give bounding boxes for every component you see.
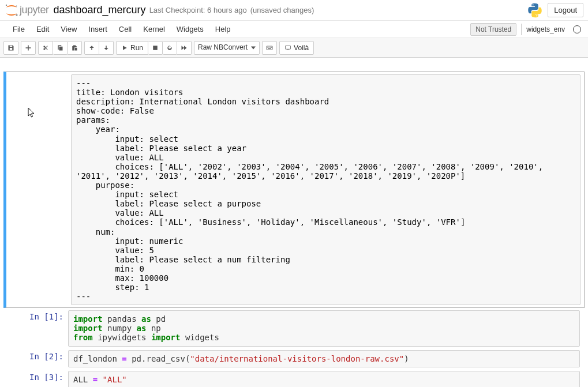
cell[interactable]: In [2]:df_london = pd.read_csv("data/int… [3,349,585,369]
move-up-button[interactable] [84,41,99,55]
kernel-indicator-icon[interactable] [573,25,581,33]
command-palette-button[interactable] [262,41,277,55]
keyboard-icon [266,44,273,51]
move-down-button[interactable] [99,41,114,55]
cell-type-value: Raw NBConvert [198,43,248,51]
cut-button[interactable] [38,41,53,55]
menu-cell[interactable]: Cell [113,22,137,36]
svg-rect-9 [268,48,271,48]
cut-icon [42,44,49,51]
cell-input[interactable]: ALL = "ALL" [68,371,580,387]
copy-icon [57,44,63,51]
cell-input[interactable]: --- title: London visitors description: … [71,74,580,305]
not-trusted-button[interactable]: Not Trusted [470,23,516,36]
run-button[interactable]: Run [116,41,148,55]
restart-button[interactable] [163,41,177,55]
svg-rect-6 [269,47,269,47]
jupyter-icon [5,3,18,17]
cell-prompt: In [2]: [3,350,68,367]
cell-input[interactable]: df_london = pd.read_csv("data/internatio… [68,350,580,367]
copy-button[interactable] [53,41,68,55]
stop-icon [152,44,159,51]
plus-icon [25,44,32,51]
paste-button[interactable] [68,41,82,55]
run-label: Run [130,44,143,52]
menu-kernel[interactable]: Kernel [137,22,171,36]
svg-rect-5 [267,47,268,47]
voila-label: Voilà [294,44,309,52]
monitor-icon [284,44,291,51]
menu-edit[interactable]: Edit [31,22,55,36]
checkpoint-status: Last Checkpoint: 6 hours ago [149,6,247,14]
cell[interactable]: In [3]:ALL = "ALL" [3,370,585,387]
cell-input[interactable]: import pandas as pd import numpy as np f… [68,310,580,346]
restart-icon [166,44,173,51]
svg-point-2 [16,5,17,6]
save-icon [8,44,14,51]
play-icon [121,44,128,51]
arrow-down-icon [103,44,110,51]
restart-run-all-button[interactable] [177,41,192,55]
voila-button[interactable]: Voilà [279,41,314,55]
header: jupyter dashboard_mercury Last Checkpoin… [0,0,588,21]
svg-rect-10 [286,46,291,49]
toolbar: Run Raw NBConvert Voilà [0,38,588,58]
jupyter-logo[interactable]: jupyter [5,3,49,17]
svg-rect-7 [270,47,271,47]
menu-insert[interactable]: Insert [83,22,113,36]
cell-prompt [6,74,71,305]
interrupt-button[interactable] [148,41,163,55]
svg-rect-4 [267,46,273,50]
cell-prompt: In [1]: [3,310,68,346]
python-logo-icon[interactable] [527,2,543,18]
save-button[interactable] [3,41,18,55]
logout-button[interactable]: Logout [548,3,583,17]
cell-prompt: In [3]: [3,371,68,387]
cell[interactable]: --- title: London visitors description: … [3,72,585,308]
menu-widgets[interactable]: Widgets [171,22,209,36]
menu-file[interactable]: File [7,22,31,36]
svg-point-1 [16,14,17,16]
notebook-name[interactable]: dashboard_mercury [54,4,146,16]
svg-rect-11 [287,50,289,50]
jupyter-logo-text: jupyter [20,4,49,16]
kernel-name[interactable]: widgets_env [521,24,570,35]
notebook-container: --- title: London visitors description: … [0,58,588,387]
cell-type-select[interactable]: Raw NBConvert [194,41,260,55]
cell[interactable]: In [1]:import pandas as pd import numpy … [3,309,585,347]
menu-view[interactable]: View [55,22,83,36]
unsaved-status: (unsaved changes) [250,6,314,14]
insert-cell-button[interactable] [21,41,36,55]
menubar: File Edit View Insert Cell Kernel Widget… [0,21,588,38]
svg-point-0 [6,4,7,5]
arrow-up-icon [88,44,95,51]
paste-icon [71,44,78,51]
svg-rect-3 [153,46,158,50]
fast-forward-icon [181,44,188,51]
svg-rect-8 [271,47,272,47]
menu-help[interactable]: Help [209,22,237,36]
